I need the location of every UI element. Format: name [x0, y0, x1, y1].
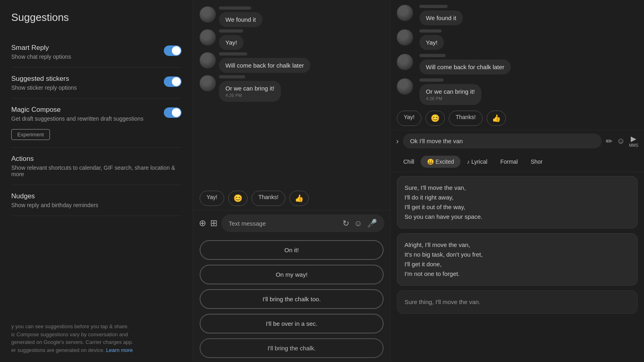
middle-panel: We found it Yay! Will come back for chal… — [193, 0, 390, 362]
reply-chip-thumbsup[interactable]: 👍 — [289, 191, 309, 206]
redacted-name — [219, 6, 251, 10]
right-reply-chip-yay[interactable]: Yay! — [397, 111, 421, 126]
edit-icon[interactable]: ✏ — [606, 136, 613, 146]
smart-reply-desc: Show chat reply options — [11, 53, 157, 60]
mms-send-button[interactable]: ▶ MMS — [629, 134, 638, 148]
compose-suggestions: Sure, I'll move the van, I'll do it righ… — [390, 172, 644, 318]
suggested-stickers-desc: Show sticker reply options — [11, 84, 157, 91]
avatar — [397, 54, 413, 70]
chat-bubble: Yay! — [219, 35, 244, 50]
smart-reply-row: Yay! 😊 Thanks! 👍 — [193, 187, 390, 210]
nudges-title: Nudges — [11, 192, 175, 200]
suggestion-btn-2[interactable]: I'll bring the chalk too. — [200, 289, 384, 309]
right-reply-chip-thanks[interactable]: Thanks! — [449, 111, 483, 126]
avatar — [200, 52, 216, 68]
chat-bubble: Or we can bring it! 4:26 PM — [219, 81, 281, 102]
right-chat-row: Yay! — [397, 29, 638, 50]
magic-icon[interactable]: ↻ — [343, 218, 349, 228]
message-time: 4:26 PM — [225, 93, 275, 98]
suggestion-btn-3[interactable]: I'll be over in a sec. — [200, 314, 384, 333]
right-panel: We found it Yay! Will come back for chal… — [390, 0, 644, 362]
input-bar: ⊕ ⊞ Text message ↻ ☺ 🎤 — [193, 210, 390, 236]
tone-tabs: Chill 😀 Excited ♪ Lyrical Formal Shor — [390, 152, 644, 172]
redacted-name — [419, 78, 444, 82]
expand-icon[interactable]: › — [396, 136, 399, 146]
message-input[interactable]: Text message ↻ ☺ 🎤 — [221, 214, 384, 232]
page-title: Suggestions — [11, 11, 182, 24]
chat-row: We found it — [200, 6, 384, 27]
emoji-icon[interactable]: ☺ — [617, 136, 625, 146]
avatar — [200, 29, 216, 45]
reply-chip-yay[interactable]: Yay! — [200, 191, 224, 206]
right-chat-bubble: Or we can bring it! 4:26 PM — [419, 84, 481, 105]
suggestion-list: On it! On my way! I'll bring the chalk t… — [193, 236, 390, 362]
nudges-desc: Show reply and birthday reminders — [11, 202, 175, 208]
add-icon[interactable]: ⊕ — [199, 218, 206, 228]
suggested-stickers-title: Suggested stickers — [11, 75, 157, 83]
magic-compose-desc: Get draft suggestions and rewritten draf… — [11, 115, 157, 122]
tone-tab-lyrical[interactable]: ♪ Lyrical — [460, 156, 494, 168]
actions-setting: Actions Show relevant shortcuts to calen… — [11, 148, 182, 185]
tone-tab-short[interactable]: Shor — [524, 156, 549, 168]
right-chat-area: We found it Yay! Will come back for chal… — [390, 0, 644, 107]
message-time: 4:26 PM — [426, 96, 475, 101]
avatar — [397, 78, 413, 95]
compose-card-1[interactable]: Alright, I'll move the van, It's no big … — [397, 233, 638, 286]
chat-row: Or we can bring it! 4:26 PM — [200, 75, 384, 102]
magic-compose-toggle[interactable] — [164, 107, 182, 118]
tone-tab-formal[interactable]: Formal — [494, 156, 524, 168]
suggestion-btn-1[interactable]: On my way! — [200, 265, 384, 284]
smart-reply-setting: Smart Reply Show chat reply options — [11, 37, 182, 68]
avatar — [397, 29, 413, 45]
footer-text: y you can see suggestions before you tap… — [11, 316, 182, 354]
compose-card-2[interactable]: Sure thing, I'll move the van. — [397, 290, 638, 314]
redacted-name — [219, 29, 243, 33]
smart-reply-title: Smart Reply — [11, 44, 157, 52]
chat-area: We found it Yay! Will come back for chal… — [193, 0, 390, 187]
avatar — [397, 5, 413, 21]
image-icon[interactable]: ⊞ — [210, 218, 217, 228]
right-chat-bubble: Yay! — [419, 35, 444, 50]
smart-reply-toggle[interactable] — [164, 45, 182, 56]
right-chat-row: We found it — [397, 5, 638, 25]
chat-bubble: Will come back for chalk later — [219, 58, 310, 73]
avatar — [200, 6, 216, 23]
emoji-icon[interactable]: ☺ — [354, 219, 362, 228]
magic-compose-setting: Magic Compose Get draft suggestions and … — [11, 99, 182, 148]
magic-input-bar: › Ok I'll move the van ✏ ☺ ▶ MMS — [390, 130, 644, 152]
right-chat-bubble: Will come back for chalk later — [419, 60, 511, 74]
input-placeholder: Text message — [229, 220, 266, 227]
compose-card-0[interactable]: Sure, I'll move the van, I'll do it righ… — [397, 176, 638, 228]
reply-chip-thanks[interactable]: Thanks! — [252, 191, 285, 206]
reply-chip-emoji[interactable]: 😊 — [228, 191, 248, 206]
right-reply-chip-thumbsup[interactable]: 👍 — [487, 111, 506, 126]
actions-desc: Show relevant shortcuts to calendar, GIF… — [11, 165, 175, 177]
chat-row: Yay! — [200, 29, 384, 50]
avatar — [200, 75, 216, 91]
tone-tab-chill[interactable]: Chill — [397, 156, 421, 168]
mic-icon[interactable]: 🎤 — [367, 218, 377, 228]
right-reply-chip-emoji[interactable]: 😊 — [425, 111, 445, 126]
suggestion-btn-4[interactable]: I'll bring the chalk. — [200, 338, 384, 358]
nudges-setting: Nudges Show reply and birthday reminders — [11, 185, 182, 216]
experiment-button[interactable]: Experiment — [11, 129, 50, 140]
right-smart-reply-row: Yay! 😊 Thanks! 👍 — [390, 107, 644, 130]
actions-title: Actions — [11, 155, 175, 163]
redacted-name — [419, 5, 448, 8]
chat-row: Will come back for chalk later — [200, 52, 384, 73]
suggested-stickers-toggle[interactable] — [164, 76, 182, 87]
learn-more-link[interactable]: Learn more — [106, 347, 133, 353]
chat-bubble: We found it — [219, 12, 262, 27]
redacted-name — [219, 52, 247, 56]
right-chat-row: Or we can bring it! 4:26 PM — [397, 78, 638, 105]
suggested-stickers-setting: Suggested stickers Show sticker reply op… — [11, 68, 182, 99]
right-chat-row: Will come back for chalk later — [397, 54, 638, 74]
redacted-name — [419, 29, 442, 33]
left-panel: Suggestions Smart Reply Show chat reply … — [0, 0, 193, 362]
magic-compose-input[interactable]: Ok I'll move the van — [403, 134, 602, 148]
tone-tab-excited[interactable]: 😀 Excited — [421, 156, 460, 168]
suggestion-btn-0[interactable]: On it! — [200, 240, 384, 260]
right-chat-bubble: We found it — [419, 10, 463, 25]
redacted-name — [219, 75, 245, 78]
magic-compose-title: Magic Compose — [11, 106, 157, 114]
